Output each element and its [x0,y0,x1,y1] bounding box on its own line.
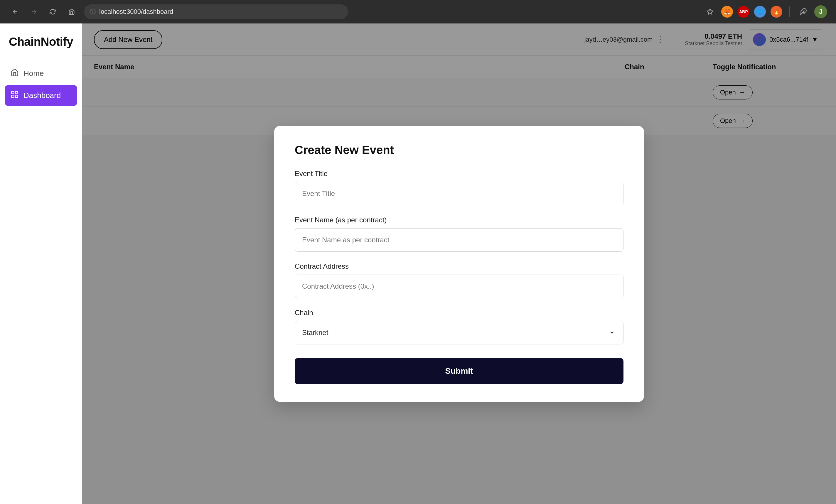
dashboard-icon [11,90,19,101]
event-name-input[interactable] [295,228,624,252]
divider [789,6,790,17]
event-name-group: Event Name (as per contract) [295,216,624,252]
address-bar[interactable]: ⓘ localhost:3000/dashboard [84,4,348,19]
svg-rect-6 [12,95,14,97]
home-button[interactable] [65,5,78,18]
chain-select[interactable]: Starknet Ethereum Polygon [295,321,624,344]
event-title-input[interactable] [295,182,624,205]
extensions-button[interactable] [797,5,810,18]
lock-icon: ⓘ [90,8,96,16]
modal-title: Create New Event [295,143,624,157]
event-title-label: Event Title [295,170,624,178]
submit-label: Submit [445,366,473,375]
chain-group: Chain Starknet Ethereum Polygon [295,309,624,344]
sidebar-dashboard-label: Dashboard [23,91,61,100]
home-icon [11,69,19,79]
event-title-group: Event Title [295,170,624,205]
url-text: localhost:3000/dashboard [99,8,173,16]
back-button[interactable] [9,5,22,18]
submit-button[interactable]: Submit [295,358,624,384]
svg-rect-5 [15,95,18,97]
star-button[interactable] [704,5,717,18]
chain-label: Chain [295,309,624,317]
sidebar-item-dashboard[interactable]: Dashboard [5,85,77,106]
sidebar-navigation: Home Dashboard [0,63,82,106]
forward-button[interactable] [27,5,40,18]
browser-extensions: 🦊 ABP 🌐 🔥 J [704,5,827,18]
svg-rect-3 [12,92,14,94]
event-name-label: Event Name (as per contract) [295,216,624,224]
contract-address-input[interactable] [295,275,624,298]
contract-address-label: Contract Address [295,262,624,270]
refresh-button[interactable] [46,5,59,18]
browser-chrome: ⓘ localhost:3000/dashboard 🦊 ABP 🌐 🔥 J [0,0,836,23]
extension-blue-icon[interactable]: 🌐 [754,6,766,18]
main-content: Add New Event jayd…ey03@gmail.com ⋮ 0.04… [82,23,836,504]
create-event-modal: Create New Event Event Title Event Name … [274,126,644,402]
sidebar-home-label: Home [23,69,44,78]
app-logo: ChainNotify [0,35,82,63]
svg-rect-4 [15,92,18,94]
metamask-icon[interactable]: 🦊 [721,6,733,18]
user-profile-icon[interactable]: J [814,5,827,18]
extension-orange-icon[interactable]: 🔥 [771,6,782,18]
modal-overlay[interactable]: Create New Event Event Title Event Name … [82,23,836,504]
adblock-icon[interactable]: ABP [738,6,749,18]
sidebar-item-home[interactable]: Home [5,63,77,84]
app-layout: ChainNotify Home Dashboard Add New Event [0,23,836,504]
sidebar: ChainNotify Home Dashboard [0,23,82,504]
svg-marker-0 [707,9,713,14]
contract-address-group: Contract Address [295,262,624,298]
